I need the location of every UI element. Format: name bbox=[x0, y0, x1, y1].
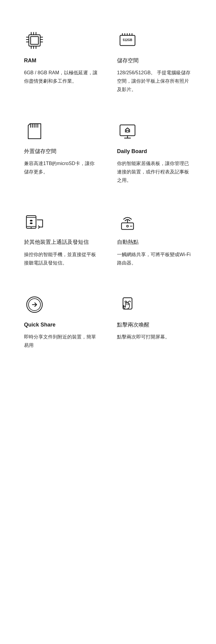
feature-title-external-storage: 外置儲存空間 bbox=[24, 148, 99, 155]
feature-title-storage: 儲存空間 bbox=[117, 57, 192, 64]
feature-title-auto-hotspot: 自動熱點 bbox=[117, 238, 192, 246]
feature-cell-storage: 512GB 儲存空間128/256/512GB。 手提電腦級儲存空間，讓你於平板… bbox=[108, 18, 201, 109]
storage-icon: 512GB bbox=[117, 30, 138, 51]
feature-desc-quick-share: 即時分享文件到附近的裝置，簡單易用 bbox=[24, 333, 99, 350]
features-grid: RAM6GB / 8GB RAM，以極低延遲，讓你盡情煲劇和多工作業。 512G… bbox=[15, 18, 201, 365]
svg-rect-29 bbox=[126, 130, 129, 132]
feature-title-daily-board: Daily Board bbox=[117, 148, 192, 155]
feature-desc-storage: 128/256/512GB。 手提電腦級儲存空間，讓你於平板上保存所有照片及影片… bbox=[117, 69, 192, 94]
feature-desc-ram: 6GB / 8GB RAM，以極低延遲，讓你盡情煲劇和多工作業。 bbox=[24, 69, 99, 85]
feature-cell-auto-hotspot: 自動熱點一觸網絡共享，可將平板變成Wi-Fi路由器。 bbox=[108, 199, 201, 282]
auto-hotspot-icon bbox=[117, 211, 138, 232]
feature-title-quick-share: Quick Share bbox=[24, 321, 99, 329]
feature-cell-daily-board: Daily Board你的智能家居儀表板，讓你管理已連接的裝置，或作行程表及記事… bbox=[108, 109, 201, 199]
daily-board-icon bbox=[117, 121, 138, 142]
ram-icon bbox=[24, 30, 45, 51]
feature-cell-ram: RAM6GB / 8GB RAM，以極低延遲，讓你盡情煲劇和多工作業。 bbox=[15, 18, 108, 109]
svg-point-36 bbox=[127, 225, 128, 227]
svg-rect-40 bbox=[123, 298, 132, 309]
feature-cell-double-tap: 點擊兩次喚醒點擊兩次即可打開屏幕。 bbox=[108, 282, 201, 365]
svg-text:512GB: 512GB bbox=[123, 38, 132, 42]
feature-cell-call-messages: 於其他裝置上通話及發短信操控你的智能手機，並直接從平板接聽電話及發短信。 bbox=[15, 199, 108, 282]
quick-share-icon bbox=[24, 294, 45, 315]
feature-desc-external-storage: 兼容高達1TB的microSD卡，讓你儲存更多。 bbox=[24, 159, 99, 176]
feature-desc-call-messages: 操控你的智能手機，並直接從平板接聽電話及發短信。 bbox=[24, 250, 99, 267]
feature-desc-double-tap: 點擊兩次即可打開屏幕。 bbox=[117, 333, 192, 341]
feature-title-call-messages: 於其他裝置上通話及發短信 bbox=[24, 238, 99, 246]
page-container: RAM6GB / 8GB RAM，以極低延遲，讓你盡情煲劇和多工作業。 512G… bbox=[0, 0, 216, 383]
feature-cell-external-storage: 外置儲存空間兼容高達1TB的microSD卡，讓你儲存更多。 bbox=[15, 109, 108, 199]
feature-title-ram: RAM bbox=[24, 57, 99, 64]
call-messages-icon bbox=[24, 211, 45, 232]
feature-title-double-tap: 點擊兩次喚醒 bbox=[117, 321, 192, 329]
feature-cell-quick-share: Quick Share即時分享文件到附近的裝置，簡單易用 bbox=[15, 282, 108, 365]
double-tap-icon bbox=[117, 294, 138, 315]
feature-desc-daily-board: 你的智能家居儀表板，讓你管理已連接的裝置，或作行程表及記事板之用。 bbox=[117, 159, 192, 185]
external-storage-icon bbox=[24, 121, 45, 142]
svg-rect-1 bbox=[31, 37, 38, 44]
feature-desc-auto-hotspot: 一觸網絡共享，可將平板變成Wi-Fi路由器。 bbox=[117, 250, 192, 267]
